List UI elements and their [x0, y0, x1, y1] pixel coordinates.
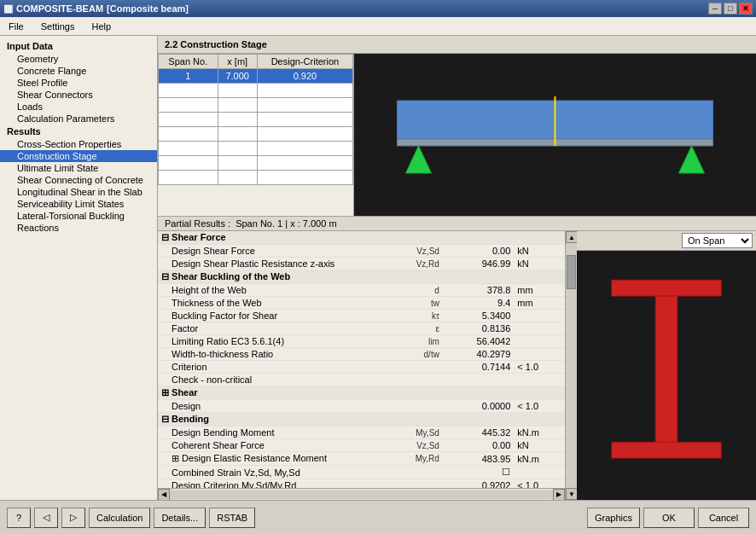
close-button[interactable]: ✕	[739, 3, 753, 15]
scroll-thumb[interactable]	[567, 255, 576, 289]
menu-settings[interactable]: Settings	[36, 20, 80, 33]
menu-help[interactable]: Help	[86, 20, 116, 33]
unit-cell-18	[514, 466, 565, 479]
label-cell-7: Factor	[158, 322, 381, 335]
unit-cell-10: < 1.0	[514, 361, 565, 374]
details-button[interactable]: Details...	[154, 508, 206, 528]
on-span-dropdown[interactable]: On Span On Support	[682, 233, 753, 248]
symbol-cell-4: d	[381, 284, 443, 297]
table-row-empty-3	[159, 113, 353, 127]
label-cell-6: Buckling Factor for Shear	[158, 310, 381, 322]
symbol-cell-17: My,Rd	[381, 452, 443, 466]
unit-cell-8	[514, 335, 565, 348]
ibeam-cross-section-view: On Span On Support	[577, 231, 756, 500]
partial-results-label: Partial Results : Span No. 1 | x : 7.000…	[165, 218, 337, 229]
sidebar-item-ultimate-limit[interactable]: Ultimate Limit State	[0, 162, 157, 174]
unit-cell-16: kN	[514, 439, 565, 452]
cell-span-no: 1	[159, 69, 218, 84]
result-row-5: Thickness of the Web tw 9.4 mm	[158, 297, 565, 310]
scroll-up-arrow[interactable]: ▲	[566, 231, 577, 243]
scroll-down-arrow[interactable]: ▼	[566, 488, 577, 500]
unit-cell-9	[514, 348, 565, 361]
scroll-right-arrow[interactable]: ▶	[553, 489, 565, 501]
symbol-cell-6: kτ	[381, 310, 443, 322]
value-cell-19: 0.9202	[443, 479, 514, 489]
col-design-criterion: Design-Criterion	[257, 55, 352, 69]
calculation-button[interactable]: Calculation	[89, 508, 150, 528]
value-cell-8: 56.4042	[443, 335, 514, 348]
vertical-scrollbar[interactable]: ▲ ▼	[565, 231, 577, 500]
unit-cell-19: < 1.0	[514, 479, 565, 489]
results-section-header: Results	[0, 125, 157, 138]
result-row-15: Design Bending Moment My,Sd 445.32 kN.m	[158, 427, 565, 439]
value-cell-9: 40.2979	[443, 348, 514, 361]
sidebar-item-serviceability[interactable]: Serviceability Limit States	[0, 198, 157, 210]
sidebar-item-construction-stage[interactable]: Construction Stage	[0, 150, 157, 162]
on-span-row: On Span On Support	[577, 231, 756, 251]
results-area-wrapper: ⊟ Shear Force Design Shear Force Vz,Sd 0…	[158, 231, 577, 500]
symbol-cell-5: tw	[381, 297, 443, 310]
label-cell-10: Criterion	[158, 361, 381, 374]
section-header-14[interactable]: ⊟ Bending	[158, 413, 565, 427]
unit-cell-4: mm	[514, 284, 565, 297]
symbol-cell-9: d/tw	[381, 348, 443, 361]
minimize-button[interactable]: ─	[708, 3, 722, 15]
cancel-button[interactable]: Cancel	[698, 508, 749, 528]
section-header-0[interactable]: ⊟ Shear Force	[158, 231, 565, 245]
section-header-12[interactable]: ⊞ Shear	[158, 386, 565, 400]
sidebar-item-cross-section[interactable]: Cross-Section Properties	[0, 138, 157, 150]
value-cell-4: 378.8	[443, 284, 514, 297]
results-table: ⊟ Shear Force Design Shear Force Vz,Sd 0…	[158, 231, 565, 488]
unit-cell-2: kN	[514, 258, 565, 270]
forward-button[interactable]: ▷	[61, 508, 85, 528]
scroll-left-arrow[interactable]: ◀	[158, 489, 170, 501]
table-row-empty-7	[159, 171, 353, 185]
value-cell-2: 946.99	[443, 258, 514, 270]
unit-cell-11	[514, 374, 565, 386]
footer: ? ◁ ▷ Calculation Details... RSTAB Graph…	[0, 500, 756, 534]
symbol-cell-7: ε	[381, 322, 443, 335]
sidebar-item-geometry[interactable]: Geometry	[0, 53, 157, 65]
value-cell-5: 9.4	[443, 297, 514, 310]
section-header-3[interactable]: ⊟ Shear Buckling of the Web	[158, 270, 565, 284]
results-scroll-area[interactable]: ⊟ Shear Force Design Shear Force Vz,Sd 0…	[158, 231, 565, 488]
sidebar-item-longitudinal-shear[interactable]: Longitudinal Shear in the Slab	[0, 186, 157, 198]
menu-file[interactable]: File	[3, 20, 29, 33]
scroll-track-horizontal[interactable]	[170, 490, 553, 499]
sidebar-item-shear-connecting[interactable]: Shear Connecting of Concrete	[0, 174, 157, 186]
rstab-button[interactable]: RSTAB	[209, 508, 255, 528]
window-title: [Composite beam]	[107, 3, 189, 14]
sidebar-item-reactions[interactable]: Reactions	[0, 222, 157, 234]
result-row-17: ⊞ Design Elastic Resistance Moment My,Rd…	[158, 452, 565, 466]
title-bar-controls: ─ □ ✕	[708, 3, 753, 15]
value-cell-13: 0.0000	[443, 400, 514, 413]
table-row-empty-5	[159, 142, 353, 156]
sidebar-item-shear-connectors[interactable]: Shear Connectors	[0, 89, 157, 101]
value-cell-17: 483.95	[443, 452, 514, 466]
horizontal-scrollbar[interactable]: ◀ ▶	[158, 488, 565, 500]
ok-button[interactable]: OK	[643, 508, 695, 528]
graphics-button[interactable]: Graphics	[587, 508, 640, 528]
back-button[interactable]: ◁	[34, 508, 58, 528]
scroll-track-vertical[interactable]	[566, 243, 577, 488]
symbol-cell-1: Vz,Sd	[381, 245, 443, 258]
sidebar-item-lateral-torsional[interactable]: Lateral-Torsional Buckling	[0, 210, 157, 222]
sidebar-item-concrete-flange[interactable]: Concrete Flange	[0, 65, 157, 77]
symbol-cell-13	[381, 400, 443, 413]
label-cell-4: Height of the Web	[158, 284, 381, 297]
app-window: ▦ COMPOSITE-BEAM [Composite beam] ─ □ ✕ …	[0, 0, 756, 534]
table-row[interactable]: 1 7.000 0.920	[159, 69, 353, 84]
maximize-button[interactable]: □	[724, 3, 737, 15]
label-cell-18: Combined Strain Vz,Sd, My,Sd	[158, 466, 381, 479]
help-button[interactable]: ?	[7, 508, 31, 528]
sidebar-item-calc-params[interactable]: Calculation Parameters	[0, 113, 157, 125]
svg-rect-9	[612, 442, 721, 458]
unit-cell-7	[514, 322, 565, 335]
label-cell-13: Design	[158, 400, 381, 413]
sidebar-item-steel-profile[interactable]: Steel Profile	[0, 77, 157, 89]
sidebar-item-loads[interactable]: Loads	[0, 101, 157, 113]
table-row-empty-4	[159, 127, 353, 142]
value-cell-10: 0.7144	[443, 361, 514, 374]
result-row-7: Factor ε 0.8136	[158, 322, 565, 335]
value-cell-18: ☐	[443, 466, 514, 479]
